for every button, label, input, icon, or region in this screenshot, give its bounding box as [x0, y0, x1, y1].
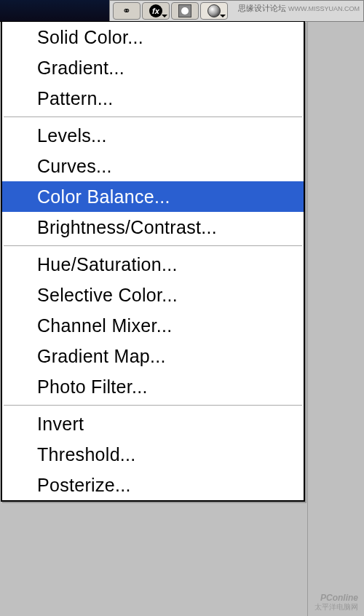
menu-item-curves[interactable]: Curves... — [2, 151, 304, 181]
menu-item-pattern[interactable]: Pattern... — [2, 83, 304, 114]
canvas-edge — [0, 0, 109, 22]
menu-item-brightcontrast[interactable]: Brightness/Contrast... — [2, 212, 304, 242]
fx-icon: fx — [149, 4, 162, 17]
menu-separator — [4, 117, 302, 117]
menu-separator — [4, 245, 302, 246]
layer-mask-button[interactable] — [171, 2, 199, 20]
menu-item-huesat[interactable]: Hue/Saturation... — [2, 249, 304, 280]
menu-item-colorbal[interactable]: Color Balance... — [2, 181, 304, 212]
link-icon: ⚭ — [122, 5, 131, 17]
menu-item-poster[interactable]: Posterize... — [2, 470, 304, 500]
dropdown-arrow-icon — [220, 15, 226, 17]
adjustment-layer-icon — [207, 4, 221, 17]
menu-item-thresh[interactable]: Threshold... — [2, 439, 304, 470]
menu-item-gradmap[interactable]: Gradient Map... — [2, 341, 304, 371]
menu-item-invert[interactable]: Invert — [2, 408, 304, 439]
menu-item-selcolor[interactable]: Selective Color... — [2, 280, 304, 310]
menu-item-photof[interactable]: Photo Filter... — [2, 371, 304, 402]
menu-item-levels[interactable]: Levels... — [2, 120, 304, 151]
menu-item-chanmix[interactable]: Channel Mixer... — [2, 310, 304, 341]
menu-item-gradient[interactable]: Gradient... — [2, 52, 304, 83]
dropdown-arrow-icon — [162, 15, 167, 17]
adjustment-layer-menu: Solid Color...Gradient...Pattern...Level… — [1, 21, 305, 502]
right-panel-edge — [307, 22, 364, 616]
layer-style-button[interactable]: fx — [142, 2, 170, 20]
menu-separator — [4, 405, 302, 406]
adjustment-layer-button[interactable] — [200, 2, 228, 20]
layers-toolbar: ⚭ fx — [109, 0, 364, 22]
mask-icon — [178, 4, 191, 17]
link-layers-button[interactable]: ⚭ — [113, 2, 141, 20]
menu-item-solid[interactable]: Solid Color... — [2, 22, 304, 52]
top-bar: ⚭ fx — [0, 0, 364, 22]
